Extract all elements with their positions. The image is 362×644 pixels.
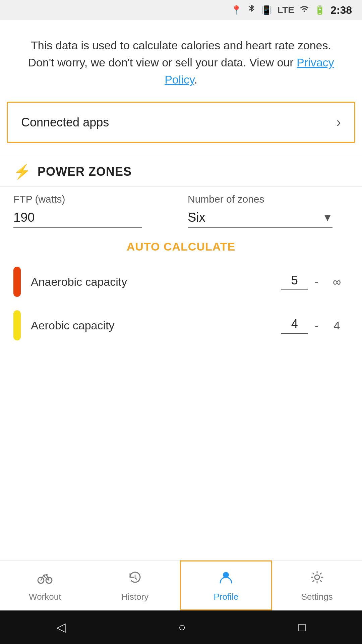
zone-end-aerobic: 4: [325, 319, 349, 332]
system-nav-bar: ◁ ○ □: [0, 610, 362, 644]
signal-icon: [300, 4, 309, 16]
zones-label: Number of zones: [188, 194, 349, 205]
divider-2: [0, 186, 362, 187]
ftp-value[interactable]: 190: [13, 210, 142, 228]
zone-range-anaerobic: 5 - ∞: [281, 273, 349, 290]
info-text-main: This data is used to calculate calories …: [28, 39, 331, 69]
dropdown-icon: ▼: [322, 212, 333, 223]
bolt-icon: ⚡: [13, 163, 31, 180]
zone-start-anaerobic[interactable]: 5: [281, 273, 308, 290]
status-bar: 📍 📳 LTE 🔋 2:38: [0, 0, 362, 20]
profile-icon: [218, 569, 234, 589]
info-text-block: This data is used to calculate calories …: [0, 20, 362, 102]
lte-icon: LTE: [277, 5, 294, 15]
zone-range-aerobic: 4 - 4: [281, 317, 349, 334]
connected-apps-label: Connected apps: [21, 115, 109, 129]
battery-icon: 🔋: [314, 5, 325, 15]
ftp-zones-row: FTP (watts) 190 Number of zones Six ▼: [0, 194, 362, 228]
zone-row-aerobic: Aerobic capacity 4 - 4: [0, 304, 362, 347]
nav-label-profile: Profile: [214, 592, 238, 602]
zone-name-aerobic: Aerobic capacity: [31, 319, 271, 332]
nav-item-history[interactable]: History: [90, 560, 180, 610]
chevron-right-icon: ›: [337, 115, 341, 130]
nav-item-settings[interactable]: Settings: [272, 560, 362, 610]
nav-label-history: History: [121, 592, 148, 602]
zone-start-aerobic[interactable]: 4: [281, 317, 308, 334]
nav-label-settings: Settings: [301, 592, 333, 602]
bluetooth-icon: [247, 4, 256, 16]
zone-dash-aerobic: -: [315, 319, 318, 332]
status-time: 2:38: [330, 4, 352, 16]
bottom-nav: Workout History Profile: [0, 560, 362, 610]
connected-apps-button[interactable]: Connected apps ›: [7, 102, 355, 143]
zones-column: Number of zones Six ▼: [188, 194, 349, 228]
location-icon: 📍: [231, 5, 242, 15]
back-button[interactable]: ◁: [56, 620, 66, 634]
auto-calculate-button[interactable]: AUTO CALCULATE: [0, 228, 362, 260]
zone-name-anaerobic: Anaerobic capacity: [31, 275, 271, 288]
power-zones-title: POWER ZONES: [38, 165, 132, 179]
zones-select[interactable]: Six ▼: [188, 210, 333, 228]
ftp-label: FTP (watts): [13, 194, 174, 205]
vibrate-icon: 📳: [261, 5, 272, 15]
main-content: This data is used to calculate calories …: [0, 20, 362, 560]
zone-dash-anaerobic: -: [315, 275, 318, 288]
workout-icon: [37, 569, 53, 589]
zone-color-anaerobic: [13, 267, 21, 297]
nav-label-workout: Workout: [29, 592, 61, 602]
ftp-column: FTP (watts) 190: [13, 194, 174, 228]
settings-icon: [309, 569, 325, 589]
nav-item-workout[interactable]: Workout: [0, 560, 90, 610]
info-text-trailing: .: [194, 73, 197, 86]
svg-point-4: [315, 575, 319, 580]
power-zones-header: ⚡ POWER ZONES: [0, 153, 362, 180]
zones-value: Six: [188, 210, 322, 225]
svg-point-2: [46, 574, 48, 576]
nav-item-profile[interactable]: Profile: [180, 560, 272, 610]
status-icons: 📍 📳 LTE 🔋 2:38: [231, 4, 352, 16]
zone-end-anaerobic: ∞: [325, 275, 349, 288]
history-icon: [127, 569, 143, 589]
recents-button[interactable]: □: [298, 620, 306, 634]
zone-row-anaerobic: Anaerobic capacity 5 - ∞: [0, 260, 362, 304]
zone-color-aerobic: [13, 310, 21, 340]
home-button[interactable]: ○: [178, 620, 186, 634]
